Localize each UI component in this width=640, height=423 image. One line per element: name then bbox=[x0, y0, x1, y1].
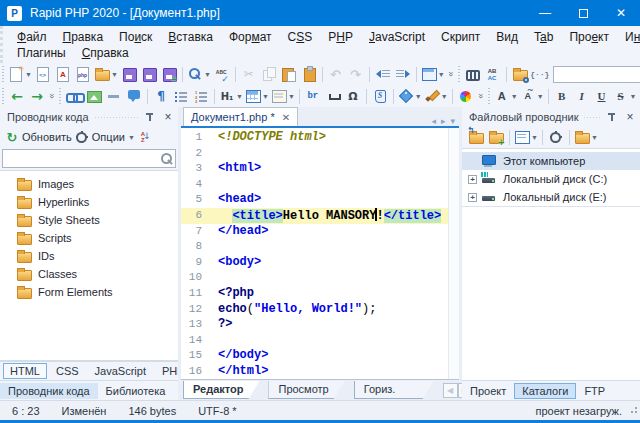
insert-bullet-list-button[interactable] bbox=[171, 86, 191, 106]
italic-button[interactable] bbox=[572, 86, 592, 106]
copy-button[interactable] bbox=[259, 64, 279, 84]
save-button[interactable] bbox=[119, 64, 139, 84]
insert-special-character-button[interactable] bbox=[343, 86, 363, 106]
editor-scrollbar[interactable] bbox=[448, 128, 459, 379]
font-dropdown-icon[interactable]: ▼ bbox=[511, 93, 518, 100]
menu-item-javascript[interactable]: JavaScript bbox=[361, 29, 433, 45]
close-button[interactable]: ✕ bbox=[602, 0, 640, 26]
document-tab[interactable]: Документ1.php * ✕ bbox=[183, 107, 298, 126]
menu-item-вставка[interactable]: Вставка bbox=[160, 29, 221, 45]
strikethrough-dropdown-icon[interactable]: ▼ bbox=[630, 93, 637, 100]
tab-close-icon[interactable]: ✕ bbox=[282, 112, 290, 123]
menu-item-правка[interactable]: Правка bbox=[55, 29, 112, 45]
save-as-button[interactable] bbox=[139, 64, 159, 84]
gear-icon[interactable] bbox=[74, 129, 90, 145]
insert-line-break-button[interactable] bbox=[303, 86, 323, 106]
menu-item-tab[interactable]: Tab bbox=[526, 29, 561, 45]
panel-close-icon[interactable]: × bbox=[162, 111, 174, 123]
find-in-folder-button[interactable] bbox=[510, 64, 530, 84]
insert-paragraph-button[interactable] bbox=[151, 86, 171, 106]
strikethrough-button[interactable]: ▼ bbox=[612, 86, 638, 106]
resize-grip[interactable] bbox=[635, 407, 637, 409]
search-input[interactable] bbox=[3, 153, 159, 165]
pin-icon[interactable] bbox=[606, 111, 618, 123]
replace-button[interactable] bbox=[483, 64, 503, 84]
code-line-1[interactable]: 1<!DOCTYPE html> bbox=[181, 130, 459, 146]
favorite-folders-dropdown-icon[interactable]: ▼ bbox=[591, 134, 598, 141]
code-line-13[interactable]: 13?> bbox=[181, 317, 459, 333]
insert-script-button[interactable] bbox=[370, 86, 390, 106]
insert-form-button[interactable]: ▼ bbox=[270, 86, 296, 106]
menu-item-плагины[interactable]: Плагины bbox=[9, 45, 74, 61]
menu-item-вид[interactable]: Вид bbox=[488, 29, 526, 45]
code-line-10[interactable]: 10 bbox=[181, 270, 459, 286]
tab-библиотека[interactable]: Библиотека bbox=[98, 383, 174, 399]
quick-search-combo-input[interactable] bbox=[554, 68, 640, 81]
options-dropdown-icon[interactable]: ▼ bbox=[128, 134, 135, 141]
tab-гориз-разбиение[interactable]: Гориз. разбиение bbox=[354, 381, 435, 399]
insert-heading-dropdown-icon[interactable]: ▼ bbox=[236, 93, 243, 100]
insert-image-button[interactable] bbox=[84, 86, 104, 106]
panel-close-icon[interactable]: × bbox=[624, 111, 636, 123]
explorer-options-button[interactable] bbox=[546, 127, 566, 147]
find-dropdown-icon[interactable]: ▼ bbox=[204, 71, 211, 78]
refresh-button[interactable]: Обновить bbox=[22, 131, 72, 143]
code-editor[interactable]: 1<!DOCTYPE html>23<html>45<head>6 <title… bbox=[181, 128, 459, 379]
menu-item-справка[interactable]: Справка bbox=[74, 45, 137, 61]
format-painter-button[interactable]: ▼ bbox=[423, 86, 449, 106]
toolbar-overflow-icon[interactable]: » bbox=[476, 91, 486, 101]
navigate-forward-button[interactable] bbox=[27, 86, 47, 106]
insert-table-dropdown-icon[interactable]: ▼ bbox=[262, 93, 269, 100]
tree-item-локальный-диск-e[interactable]: +Локальный диск (E:) bbox=[462, 188, 640, 206]
favorite-folders-button[interactable]: ▼ bbox=[573, 127, 599, 147]
layout-dropdown-icon[interactable]: ▼ bbox=[438, 71, 445, 78]
tree-item-form-elements[interactable]: Form Elements bbox=[0, 283, 178, 301]
redo-button[interactable] bbox=[346, 64, 366, 84]
code-line-9[interactable]: 9<body> bbox=[181, 255, 459, 271]
tab-scroll-left-icon[interactable]: ◂ bbox=[431, 116, 436, 126]
insert-form-dropdown-icon[interactable]: ▼ bbox=[288, 93, 295, 100]
tree-item-hyperlinks[interactable]: Hyperlinks bbox=[0, 193, 178, 211]
insert-comment-button[interactable] bbox=[124, 86, 144, 106]
refresh-icon[interactable] bbox=[4, 129, 20, 145]
code-line-8[interactable]: 8 bbox=[181, 239, 459, 255]
folder-up-button[interactable]: ↰ bbox=[466, 127, 486, 147]
font-style-button[interactable]: ▼ bbox=[519, 86, 545, 106]
tree-item-style-sheets[interactable]: Style Sheets bbox=[0, 211, 178, 229]
css-colors-button[interactable] bbox=[456, 86, 476, 106]
increase-indent-button[interactable] bbox=[393, 64, 413, 84]
menu-item-css[interactable]: CSS bbox=[280, 29, 321, 45]
font-style-dropdown-icon[interactable]: ▼ bbox=[537, 93, 544, 100]
format-painter-dropdown-icon[interactable]: ▼ bbox=[441, 93, 448, 100]
tab-проводник-кода[interactable]: Проводник кода bbox=[0, 383, 98, 399]
save-all-button[interactable]: + bbox=[159, 64, 179, 84]
menu-item-инструменты[interactable]: Инструменты bbox=[617, 29, 640, 45]
toolbar-overflow-icon[interactable]: » bbox=[446, 69, 456, 79]
code-line-12[interactable]: 12echo("Hello, World!"); bbox=[181, 302, 459, 318]
tab-html[interactable]: HTML bbox=[3, 363, 47, 379]
undo-button[interactable] bbox=[326, 64, 346, 84]
open-file-dropdown-icon[interactable]: ▼ bbox=[111, 71, 118, 78]
options-button[interactable]: Опции bbox=[92, 131, 125, 143]
tab-list-dropdown-icon[interactable]: ▾ bbox=[450, 116, 455, 126]
navigate-back-button[interactable] bbox=[7, 86, 27, 106]
find-button[interactable]: ▼ bbox=[186, 64, 212, 84]
toolbar-overflow-icon[interactable]: » bbox=[47, 91, 57, 101]
tree-item-images[interactable]: Images bbox=[0, 175, 178, 193]
tree-item-этот-компьютер[interactable]: Этот компьютер bbox=[462, 152, 640, 170]
code-line-4[interactable]: 4 bbox=[181, 177, 459, 193]
view-mode-button[interactable]: ▼ bbox=[513, 127, 539, 147]
code-line-15[interactable]: 15</body> bbox=[181, 348, 459, 364]
insert-numbered-list-button[interactable] bbox=[191, 86, 211, 106]
tab-просмотр[interactable]: Просмотр bbox=[268, 381, 345, 399]
insert-nbsp-button[interactable] bbox=[323, 86, 343, 106]
minimize-button[interactable]: — bbox=[526, 0, 564, 26]
clipboard-button[interactable] bbox=[299, 64, 319, 84]
insert-tag-dropdown-icon[interactable]: ▼ bbox=[415, 93, 422, 100]
expand-icon[interactable]: + bbox=[468, 193, 477, 202]
tab-css[interactable]: CSS bbox=[49, 363, 86, 379]
tab-редактор-кода[interactable]: Редактор кода bbox=[183, 381, 260, 399]
insert-link-button[interactable] bbox=[64, 86, 84, 106]
new-php-document-button[interactable] bbox=[73, 64, 93, 84]
menu-item-проект[interactable]: Проект bbox=[561, 29, 617, 45]
